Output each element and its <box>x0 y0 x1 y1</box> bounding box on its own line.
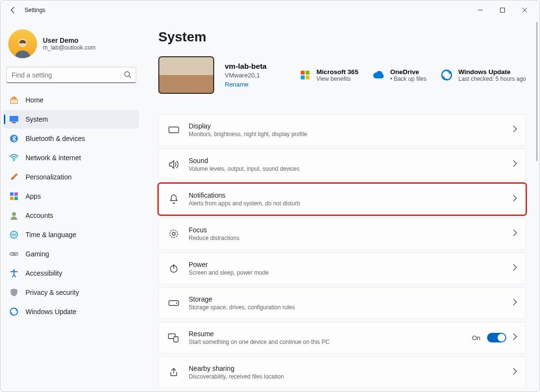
ms365-link[interactable]: Microsoft 365View benefits <box>298 68 359 82</box>
svg-point-16 <box>12 212 16 216</box>
card-sub: Reduce distractions <box>189 235 239 241</box>
nav-accounts[interactable]: Accounts <box>3 206 139 225</box>
update-title: Windows Update <box>458 68 526 76</box>
card-nearby[interactable]: Nearby sharingDiscoverability, received … <box>158 356 526 388</box>
windows-update-link[interactable]: Windows UpdateLast checked: 5 hours ago <box>440 68 526 82</box>
svg-point-5 <box>125 72 129 76</box>
nav-label: Gaming <box>26 250 49 258</box>
scrollbar[interactable] <box>535 22 539 389</box>
profile-name: User Demo <box>43 37 96 44</box>
card-sound[interactable]: SoundVolume levels, output, input, sound… <box>158 149 526 180</box>
card-sub: Discoverability, received files location <box>189 373 284 380</box>
card-sub: Storage space, drives, configuration rul… <box>189 304 295 311</box>
chevron-right-icon <box>513 229 517 238</box>
nav-accessibility[interactable]: Accessibility <box>3 264 139 282</box>
nav-time[interactable]: Time & language <box>3 226 139 244</box>
device-model: VMware20,1 <box>225 72 267 79</box>
nav-update[interactable]: Windows Update <box>3 303 139 321</box>
back-button[interactable] <box>4 1 22 19</box>
card-power[interactable]: PowerScreen and sleep, power mode <box>158 253 526 284</box>
nav-label: Accessibility <box>26 269 62 277</box>
svg-rect-15 <box>14 197 18 200</box>
home-icon <box>9 95 19 105</box>
brush-icon <box>9 172 19 182</box>
device-info: vm-lab-beta VMware20,1 Rename <box>225 62 267 88</box>
svg-point-30 <box>172 232 175 235</box>
profile-block[interactable]: User Demo m_lab@outlook.com <box>3 25 139 67</box>
system-icon <box>9 114 19 124</box>
person-icon <box>9 211 19 220</box>
storage-icon <box>167 297 180 309</box>
profile-email: m_lab@outlook.com <box>43 44 96 51</box>
card-storage[interactable]: StorageStorage space, drives, configurat… <box>158 287 526 319</box>
nav-network[interactable]: Network & internet <box>3 149 139 167</box>
nav-home[interactable]: Home <box>3 91 139 109</box>
share-icon <box>167 366 180 379</box>
ms365-icon <box>298 68 312 82</box>
card-title: Display <box>189 122 307 130</box>
maximize-button[interactable] <box>491 2 514 18</box>
svg-rect-8 <box>10 116 18 122</box>
bell-icon <box>167 193 180 205</box>
svg-rect-7 <box>11 100 17 103</box>
card-title: Nearby sharing <box>189 365 284 372</box>
nav-bluetooth[interactable]: Bluetooth & devices <box>3 129 139 148</box>
rename-link[interactable]: Rename <box>225 81 267 88</box>
scrollbar-thumb[interactable] <box>536 22 538 161</box>
maximize-icon <box>500 8 505 13</box>
nav-label: Personalization <box>26 173 72 181</box>
nav-personalization[interactable]: Personalization <box>3 168 139 186</box>
svg-rect-23 <box>301 71 305 75</box>
nav-label: Home <box>26 96 43 104</box>
accessibility-icon <box>9 268 19 278</box>
card-focus[interactable]: FocusReduce distractions <box>158 218 526 250</box>
nav-label: Privacy & security <box>26 289 79 296</box>
svg-point-11 <box>13 160 15 162</box>
nav-gaming[interactable]: Gaming <box>3 245 139 263</box>
svg-rect-36 <box>174 337 178 342</box>
focus-icon <box>167 228 180 240</box>
minimize-button[interactable] <box>469 2 491 18</box>
nav-system[interactable]: System <box>3 110 139 128</box>
onedrive-title: OneDrive <box>390 68 427 76</box>
toggle-label: On <box>472 334 480 341</box>
window-title: Settings <box>25 7 45 13</box>
avatar <box>8 29 37 58</box>
card-display[interactable]: DisplayMonitors, brightness, night light… <box>158 114 526 146</box>
close-button[interactable] <box>514 2 536 18</box>
update-sub: Last checked: 5 hours ago <box>458 76 526 82</box>
onedrive-sub: Back up files <box>390 76 427 82</box>
close-icon <box>522 8 527 13</box>
svg-rect-28 <box>169 127 179 133</box>
nav-label: Bluetooth & devices <box>26 135 85 142</box>
svg-rect-14 <box>10 197 13 200</box>
card-notifications[interactable]: NotificationsAlerts from apps and system… <box>158 183 526 215</box>
card-sub: Monitors, brightness, night light, displ… <box>189 131 307 138</box>
nav-label: Accounts <box>26 212 53 219</box>
window-controls <box>469 2 536 18</box>
settings-cards: DisplayMonitors, brightness, night light… <box>158 114 526 388</box>
nav-label: Time & language <box>26 231 76 239</box>
nav-label: Windows Update <box>26 308 77 316</box>
apps-icon <box>9 191 19 201</box>
card-title: Power <box>189 261 269 268</box>
svg-rect-13 <box>14 192 18 196</box>
nav-privacy[interactable]: Privacy & security <box>3 283 139 302</box>
device-name: vm-lab-beta <box>225 62 267 71</box>
search-input[interactable] <box>6 67 136 83</box>
svg-point-34 <box>176 303 177 303</box>
card-sub: Screen and sleep, power mode <box>189 269 269 276</box>
svg-rect-12 <box>10 192 13 196</box>
resume-icon <box>167 331 180 344</box>
card-resume[interactable]: ResumeStart something on one device and … <box>158 322 526 354</box>
titlebar: Settings <box>0 0 540 20</box>
svg-point-19 <box>15 253 16 254</box>
svg-point-20 <box>16 254 17 255</box>
onedrive-link[interactable]: OneDriveBack up files <box>372 68 427 82</box>
resume-toggle[interactable] <box>487 333 506 342</box>
svg-rect-26 <box>306 76 309 79</box>
sound-icon <box>167 158 180 171</box>
svg-rect-9 <box>12 122 16 123</box>
device-thumbnail[interactable] <box>158 56 214 94</box>
nav-apps[interactable]: Apps <box>3 187 139 205</box>
